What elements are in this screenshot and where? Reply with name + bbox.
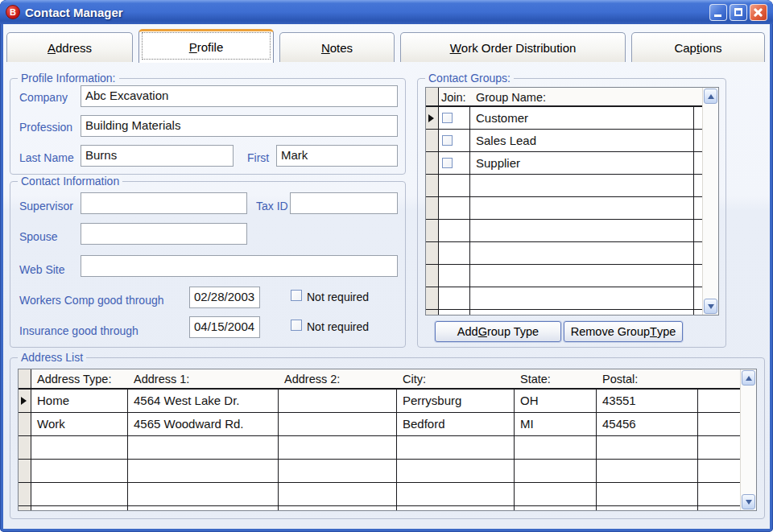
join-cell[interactable]	[439, 287, 470, 309]
minimize-button[interactable]	[709, 4, 727, 21]
company-field[interactable]: Abc Excavation	[81, 85, 398, 107]
state-cell[interactable]	[515, 436, 597, 459]
state-cell[interactable]	[515, 483, 597, 505]
insurance-date-field[interactable]: 04/15/2004	[189, 316, 260, 338]
contact-groups-scrollbar[interactable]	[702, 88, 718, 315]
address-2-cell[interactable]	[279, 506, 397, 511]
address-list-scrollbar[interactable]	[740, 369, 756, 510]
scroll-up-button[interactable]	[742, 370, 755, 386]
state-cell[interactable]	[515, 460, 597, 482]
contact-group-empty-row[interactable]	[426, 310, 718, 315]
address-1-cell[interactable]	[128, 436, 279, 459]
join-cell[interactable]	[439, 310, 470, 315]
row-selector-cell[interactable]	[426, 310, 439, 315]
tab-address[interactable]: Address	[6, 32, 133, 62]
address-empty-row[interactable]	[19, 460, 756, 483]
web-site-field[interactable]	[81, 255, 398, 277]
maximize-button[interactable]	[730, 4, 747, 21]
address-type-cell[interactable]	[31, 506, 128, 511]
row-selector-cell[interactable]	[19, 483, 31, 505]
address-1-cell[interactable]: 4565 Woodward Rd.	[128, 413, 279, 435]
address-1-cell[interactable]: 4564 West Lake Dr.	[128, 390, 279, 412]
address-row[interactable]: Work 4565 Woodward Rd. Bedford MI 45456	[19, 413, 756, 436]
group-name-cell[interactable]	[470, 265, 694, 287]
address-empty-row[interactable]	[19, 506, 756, 511]
tax-id-field[interactable]	[290, 192, 398, 214]
row-selector-cell[interactable]	[426, 242, 439, 264]
group-name-cell[interactable]	[470, 242, 694, 264]
address-1-cell[interactable]	[128, 506, 279, 511]
address-empty-row[interactable]	[19, 436, 756, 460]
row-selector-cell[interactable]	[426, 130, 439, 151]
join-cell[interactable]	[439, 152, 470, 174]
row-selector-cell[interactable]	[19, 436, 31, 459]
address-type-cell[interactable]	[31, 436, 128, 459]
state-cell[interactable]: MI	[515, 413, 597, 435]
add-group-type-button[interactable]: Add Group Type	[435, 321, 561, 342]
row-selector-cell[interactable]	[426, 287, 439, 309]
join-cell[interactable]	[439, 197, 470, 219]
remove-group-type-button[interactable]: Remove Group Type	[564, 321, 683, 342]
group-name-cell[interactable]	[470, 220, 694, 241]
spouse-field[interactable]	[81, 223, 247, 245]
workers-comp-date-field[interactable]: 02/28/2003	[189, 287, 260, 308]
group-name-cell[interactable]: Sales Lead	[470, 130, 694, 151]
contact-group-row[interactable]: Sales Lead	[426, 130, 718, 152]
postal-cell[interactable]	[597, 506, 698, 511]
row-selector-cell[interactable]	[426, 220, 439, 241]
address-2-cell[interactable]	[279, 436, 397, 459]
workers-comp-not-required-checkbox[interactable]	[291, 290, 302, 301]
scroll-down-button[interactable]	[742, 494, 755, 509]
city-cell[interactable]	[397, 506, 515, 511]
scroll-up-button[interactable]	[704, 89, 717, 104]
address-type-cell[interactable]	[31, 483, 128, 505]
city-cell[interactable]: Bedford	[397, 413, 515, 435]
row-selector-cell[interactable]	[426, 265, 439, 287]
postal-cell[interactable]	[597, 483, 698, 505]
address-1-cell[interactable]	[128, 483, 279, 505]
row-selector-cell[interactable]	[426, 197, 439, 219]
join-cell[interactable]	[439, 130, 470, 151]
city-cell[interactable]	[397, 460, 515, 482]
contact-group-row[interactable]: Supplier	[426, 152, 718, 175]
scroll-down-button[interactable]	[704, 299, 717, 314]
address-2-cell[interactable]	[279, 483, 397, 505]
row-selector-cell[interactable]	[19, 413, 31, 435]
first-name-field[interactable]: Mark	[276, 145, 398, 167]
postal-cell[interactable]	[597, 436, 698, 459]
group-name-cell[interactable]: Customer	[470, 107, 694, 129]
city-cell[interactable]	[397, 483, 515, 505]
contact-group-empty-row[interactable]	[426, 265, 718, 287]
group-name-cell[interactable]: Supplier	[470, 152, 694, 174]
address-2-cell[interactable]	[279, 390, 397, 412]
join-checkbox[interactable]	[442, 113, 453, 123]
postal-cell[interactable]: 43551	[597, 390, 698, 412]
group-name-cell[interactable]	[470, 175, 694, 196]
tab-profile[interactable]: Profile	[138, 29, 274, 63]
row-selector-cell[interactable]	[19, 460, 31, 482]
join-cell[interactable]	[439, 175, 470, 196]
address-empty-row[interactable]	[19, 483, 756, 506]
row-selector-cell[interactable]	[426, 152, 439, 174]
profession-field[interactable]: Building Materials	[81, 115, 398, 137]
join-cell[interactable]	[439, 265, 470, 287]
address-type-cell[interactable]: Work	[31, 413, 128, 435]
address-row[interactable]: Home 4564 West Lake Dr. Perrysburg OH 43…	[19, 390, 756, 413]
address-1-cell[interactable]	[128, 460, 279, 482]
address-2-cell[interactable]	[279, 413, 397, 435]
contact-group-empty-row[interactable]	[426, 242, 718, 265]
group-name-cell[interactable]	[470, 310, 694, 315]
address-type-cell[interactable]	[31, 460, 128, 482]
join-cell[interactable]	[439, 242, 470, 264]
last-name-field[interactable]: Burns	[81, 145, 234, 167]
contact-group-empty-row[interactable]	[426, 220, 718, 242]
row-selector-cell[interactable]	[19, 506, 31, 511]
tab-captions[interactable]: Captions	[631, 32, 765, 62]
state-cell[interactable]: OH	[515, 390, 597, 412]
supervisor-field[interactable]	[81, 192, 247, 214]
postal-cell[interactable]	[597, 460, 698, 482]
close-button[interactable]	[750, 4, 767, 21]
address-2-cell[interactable]	[279, 460, 397, 482]
row-selector-cell[interactable]	[19, 390, 31, 412]
join-checkbox[interactable]	[442, 135, 453, 146]
